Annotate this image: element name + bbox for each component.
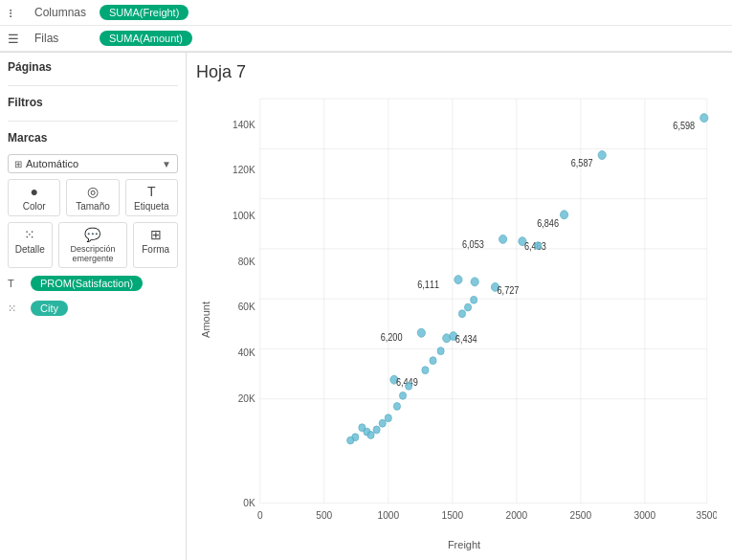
svg-text:2000: 2000 xyxy=(506,509,528,522)
tooltip-label: Descripción emergente xyxy=(65,244,122,263)
svg-text:2500: 2500 xyxy=(570,509,592,522)
point-c5[interactable] xyxy=(379,419,386,427)
svg-text:100K: 100K xyxy=(233,209,255,221)
svg-text:0: 0 xyxy=(257,509,263,522)
point-c16[interactable] xyxy=(465,303,472,311)
point-c11[interactable] xyxy=(406,382,412,390)
shape-button[interactable]: ⊞ Forma xyxy=(133,222,178,268)
size-icon: ◎ xyxy=(87,184,99,199)
paginas-title: Páginas xyxy=(8,60,178,74)
prom-satisfaction-pill[interactable]: PROM(Satisfaction) xyxy=(31,276,143,291)
marks-type-dropdown[interactable]: ⊞ Automático ▼ xyxy=(8,154,178,173)
svg-text:6,434: 6,434 xyxy=(455,333,477,344)
point-c17[interactable] xyxy=(471,296,477,303)
marks-type-icon: ⊞ xyxy=(14,159,22,169)
point-c15[interactable] xyxy=(458,310,465,318)
svg-text:3500: 3500 xyxy=(697,509,717,522)
columns-icon: ⫶ xyxy=(8,6,27,20)
svg-text:6,053: 6,053 xyxy=(462,238,484,249)
rows-pill[interactable]: SUMA(Amount) xyxy=(100,31,192,46)
dropdown-arrow-icon: ▼ xyxy=(162,159,171,169)
main-content: Páginas Filtros Marcas ⊞ Automático ▼ ● … xyxy=(0,53,732,560)
point-6598[interactable] xyxy=(700,114,708,123)
svg-text:6,200: 6,200 xyxy=(381,331,403,342)
point-c18[interactable] xyxy=(535,242,542,250)
scatter-svg-wrap: .grid-line { stroke: #e0e0e0; stroke-wid… xyxy=(211,88,717,535)
sidebar: Páginas Filtros Marcas ⊞ Automático ▼ ● … xyxy=(0,53,187,560)
marks-buttons-row1: ● Color ◎ Tamaño T Etiqueta xyxy=(8,179,178,216)
svg-text:20K: 20K xyxy=(238,392,255,405)
svg-text:6,598: 6,598 xyxy=(673,121,695,131)
point-c7[interactable] xyxy=(347,437,354,444)
svg-text:6,727: 6,727 xyxy=(498,284,520,295)
svg-text:1500: 1500 xyxy=(442,509,464,522)
point-c10[interactable] xyxy=(399,392,406,399)
detail-button[interactable]: ⁙ Detalle xyxy=(8,222,53,268)
chart-inner: .grid-line { stroke: #e0e0e0; stroke-wid… xyxy=(211,88,717,550)
rows-label: Filas xyxy=(34,32,92,45)
scatter-container: Amount .grid-line { stroke: #e0e0e0; str… xyxy=(196,88,717,550)
paginas-section: Páginas xyxy=(8,60,178,86)
tooltip-button[interactable]: 💬 Descripción emergente xyxy=(58,222,128,268)
svg-text:40K: 40K xyxy=(238,347,255,359)
point-unnamed1[interactable] xyxy=(471,278,478,286)
chart-title: Hoja 7 xyxy=(196,62,717,82)
point-c8[interactable] xyxy=(385,414,391,422)
columns-row: ⫶ Columnas SUMA(Freight) xyxy=(0,0,732,26)
shape-label: Forma xyxy=(142,244,169,255)
city-pill[interactable]: City xyxy=(31,301,68,316)
point-6846[interactable] xyxy=(561,211,568,219)
prom-icon: T xyxy=(8,278,25,289)
city-row: ⁙ City xyxy=(8,299,178,318)
color-label: Color xyxy=(23,201,46,212)
svg-text:120K: 120K xyxy=(233,164,255,176)
label-icon: T xyxy=(147,184,156,199)
x-axis-label: Freight xyxy=(211,535,717,550)
columns-label: Columnas xyxy=(34,6,92,19)
point-c12[interactable] xyxy=(422,367,429,374)
svg-text:0K: 0K xyxy=(243,497,255,509)
rows-row: ☰ Filas SUMA(Amount) xyxy=(0,26,732,52)
svg-text:60K: 60K xyxy=(238,301,255,313)
columns-pill[interactable]: SUMA(Freight) xyxy=(100,5,189,20)
prom-satisfaction-row: T PROM(Satisfaction) xyxy=(8,274,178,293)
filtros-title: Filtros xyxy=(8,96,178,109)
marcas-title: Marcas xyxy=(8,131,178,145)
detail-icon: ⁙ xyxy=(24,227,35,242)
point-c4[interactable] xyxy=(373,426,380,434)
scatter-plot: .grid-line { stroke: #e0e0e0; stroke-wid… xyxy=(211,88,717,535)
size-button[interactable]: ◎ Tamaño xyxy=(66,179,119,216)
point-c3[interactable] xyxy=(367,432,374,439)
svg-text:6,111: 6,111 xyxy=(417,280,439,290)
rows-icon: ☰ xyxy=(8,32,27,46)
point-6587[interactable] xyxy=(598,151,606,160)
label-button[interactable]: T Etiqueta xyxy=(125,179,178,216)
point-6111[interactable] xyxy=(455,276,462,284)
svg-text:80K: 80K xyxy=(238,255,255,267)
point-6053[interactable] xyxy=(499,235,507,243)
color-button[interactable]: ● Color xyxy=(8,179,60,216)
svg-text:140K: 140K xyxy=(233,119,255,131)
svg-text:6,587: 6,587 xyxy=(571,158,593,168)
svg-text:3000: 3000 xyxy=(634,509,656,522)
marks-type-text: Automático xyxy=(26,158,158,169)
chart-area: Hoja 7 Amount .grid-line { stroke: #e0e0… xyxy=(187,53,732,560)
color-icon: ● xyxy=(30,184,37,199)
tooltip-icon: 💬 xyxy=(84,227,100,242)
svg-text:1000: 1000 xyxy=(378,509,400,522)
filtros-section: Filtros xyxy=(8,96,178,122)
label-label: Etiqueta xyxy=(134,201,169,212)
point-c9[interactable] xyxy=(393,403,400,411)
point-c14[interactable] xyxy=(437,347,444,355)
svg-text:6,846: 6,846 xyxy=(537,217,559,228)
top-bar: ⫶ Columnas SUMA(Freight) ☰ Filas SUMA(Am… xyxy=(0,0,732,53)
detail-label: Detalle xyxy=(15,244,45,255)
point-c13[interactable] xyxy=(430,357,436,365)
y-axis-label: Amount xyxy=(196,302,211,338)
size-label: Tamaño xyxy=(76,201,110,212)
marks-buttons-row2: ⁙ Detalle 💬 Descripción emergente ⊞ Form… xyxy=(8,222,178,268)
svg-text:500: 500 xyxy=(316,509,332,522)
point-6200[interactable] xyxy=(417,328,425,337)
shape-icon: ⊞ xyxy=(150,227,162,242)
city-dot-icon: ⁙ xyxy=(8,302,25,315)
